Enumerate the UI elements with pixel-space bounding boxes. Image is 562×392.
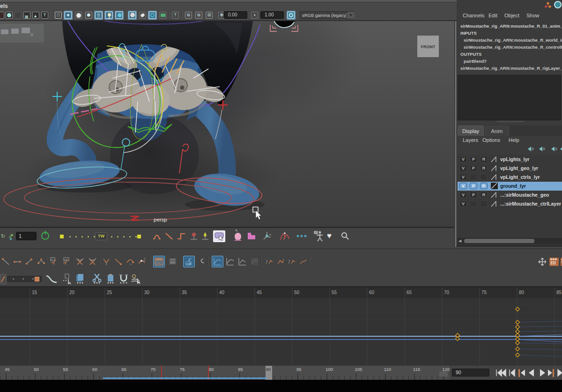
svg-text:persp: persp (154, 217, 167, 222)
svg-text:65: 65 (407, 290, 412, 295)
svg-text:30: 30 (144, 290, 150, 295)
svg-text:85: 85 (238, 367, 243, 372)
svg-text:FRONT: FRONT (421, 44, 436, 49)
svg-text:75: 75 (180, 367, 185, 372)
svg-text:ƒ: ƒ (266, 259, 268, 264)
svg-text:ƒ: ƒ (288, 259, 290, 264)
svg-text:60: 60 (92, 367, 97, 372)
svg-text:40: 40 (219, 290, 225, 295)
svg-text:95: 95 (296, 367, 302, 372)
svg-text:×: × (30, 31, 34, 38)
svg-text:70: 70 (444, 290, 450, 295)
svg-text:85: 85 (556, 290, 562, 295)
svg-text:45: 45 (5, 367, 10, 372)
svg-text:100: 100 (325, 367, 333, 372)
svg-text:✎: ✎ (235, 229, 238, 232)
svg-text:45: 45 (257, 290, 262, 295)
svg-text:110: 110 (384, 367, 391, 372)
svg-text:65: 65 (121, 367, 126, 372)
svg-text:35: 35 (182, 290, 187, 295)
svg-text:25: 25 (107, 290, 112, 295)
svg-text:80: 80 (519, 290, 525, 295)
svg-text:80: 80 (209, 367, 214, 372)
svg-text:in: in (51, 258, 53, 261)
svg-text:60: 60 (369, 290, 375, 295)
svg-text:55: 55 (63, 367, 68, 372)
svg-text:105: 105 (355, 367, 362, 372)
svg-text:snap: snap (186, 262, 192, 265)
svg-text:50: 50 (34, 367, 39, 372)
svg-text:20: 20 (69, 290, 75, 295)
svg-text:70: 70 (150, 367, 155, 372)
svg-text:50: 50 (294, 290, 300, 295)
svg-text:55: 55 (332, 290, 337, 295)
svg-text:15: 15 (32, 290, 37, 295)
svg-text:90: 90 (266, 367, 271, 372)
svg-text:75: 75 (481, 290, 487, 295)
svg-text:115: 115 (413, 367, 420, 372)
